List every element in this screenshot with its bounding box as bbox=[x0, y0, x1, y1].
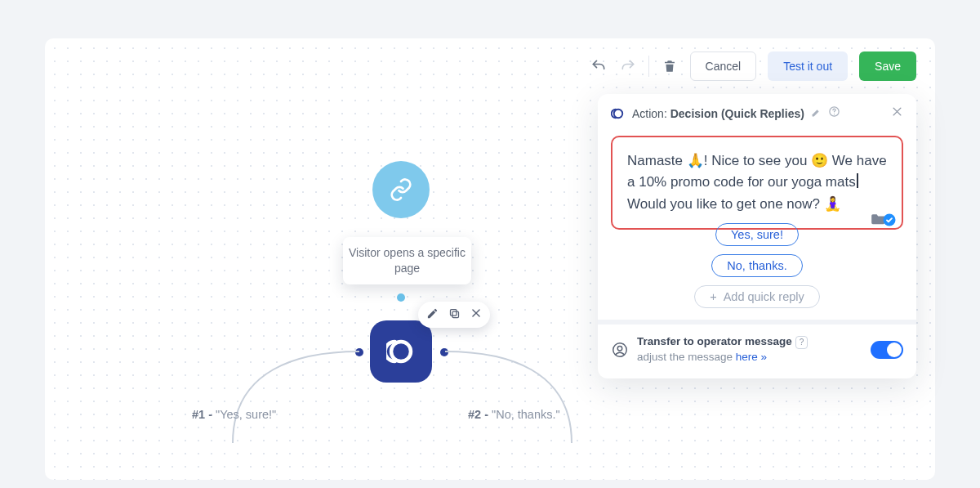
trigger-tooltip: Visitor opens a specific page bbox=[343, 237, 471, 284]
transfer-section: Transfer to operator message? adjust the… bbox=[598, 325, 916, 378]
branch-2-label: #2 - "No, thanks." bbox=[468, 408, 560, 421]
connector-dot-left bbox=[355, 348, 363, 356]
panel-header: Action: Decision (Quick Replies) bbox=[598, 94, 916, 129]
message-text: Namaste 🙏! Nice to see you 🙂 We have a 1… bbox=[627, 153, 887, 190]
node-toolbar bbox=[418, 302, 490, 328]
transfer-toggle[interactable] bbox=[871, 341, 903, 359]
top-toolbar: Cancel Test it out Save bbox=[590, 48, 916, 84]
edit-icon[interactable] bbox=[426, 307, 439, 323]
panel-title: Action: Decision (Quick Replies) bbox=[632, 107, 804, 120]
link-icon bbox=[389, 177, 413, 202]
svg-point-5 bbox=[834, 114, 835, 114]
svg-rect-2 bbox=[451, 309, 457, 316]
duplicate-icon[interactable] bbox=[448, 307, 461, 323]
quick-reply-2[interactable]: No, thanks. bbox=[711, 254, 802, 277]
quick-reply-1[interactable]: Yes, sure! bbox=[715, 223, 799, 246]
undo-icon[interactable] bbox=[590, 57, 608, 75]
action-panel: Action: Decision (Quick Replies) Namaste… bbox=[598, 94, 916, 378]
message-text-after: Would you like to get one now? 🧘‍♀️ bbox=[627, 196, 841, 212]
add-quick-reply-button[interactable]: +Add quick reply bbox=[694, 285, 820, 308]
quick-replies-icon bbox=[611, 106, 626, 121]
svg-point-8 bbox=[617, 346, 622, 351]
text-cursor bbox=[857, 173, 858, 189]
redo-icon[interactable] bbox=[619, 57, 637, 75]
close-panel-icon[interactable] bbox=[891, 105, 903, 121]
operator-icon bbox=[611, 341, 629, 359]
trigger-node[interactable] bbox=[372, 161, 430, 218]
trash-icon[interactable] bbox=[661, 57, 679, 75]
connector-dot-right bbox=[440, 348, 448, 356]
transfer-here-link[interactable]: here » bbox=[736, 351, 767, 363]
divider bbox=[648, 56, 649, 77]
test-button[interactable]: Test it out bbox=[768, 51, 848, 81]
connector-dot-top bbox=[397, 293, 405, 302]
flow-canvas[interactable]: Cancel Test it out Save Visitor opens a … bbox=[45, 38, 935, 480]
svg-point-0 bbox=[391, 342, 411, 361]
branch-1-label: #1 - "Yes, sure!" bbox=[192, 408, 276, 421]
rename-icon[interactable] bbox=[811, 106, 822, 121]
cancel-button[interactable]: Cancel bbox=[690, 51, 757, 81]
plus-icon: + bbox=[710, 290, 716, 303]
save-button[interactable]: Save bbox=[859, 51, 916, 81]
quick-replies-icon bbox=[386, 337, 416, 366]
check-badge-icon bbox=[882, 213, 897, 227]
help-icon[interactable] bbox=[828, 105, 840, 121]
transfer-title: Transfer to operator message bbox=[637, 335, 792, 347]
close-icon[interactable] bbox=[470, 307, 482, 322]
svg-rect-1 bbox=[452, 311, 459, 318]
svg-point-3 bbox=[614, 109, 623, 118]
decision-node[interactable] bbox=[370, 320, 432, 383]
message-input[interactable]: Namaste 🙏! Nice to see you 🙂 We have a 1… bbox=[611, 136, 903, 230]
help-icon[interactable]: ? bbox=[795, 336, 808, 349]
